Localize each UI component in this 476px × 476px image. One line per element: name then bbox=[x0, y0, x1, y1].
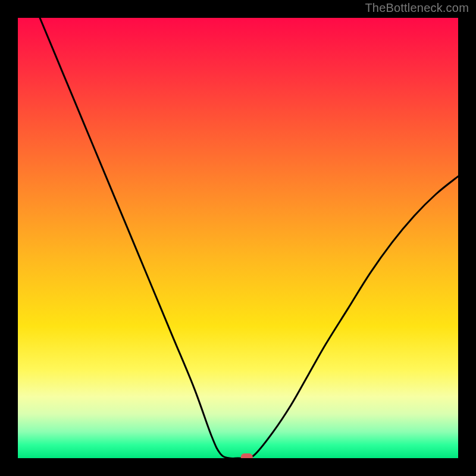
bottleneck-plot bbox=[18, 18, 458, 458]
chart-frame: TheBottleneck.com bbox=[0, 0, 476, 476]
bottleneck-curve bbox=[40, 18, 458, 458]
optimum-marker bbox=[241, 453, 253, 458]
watermark-text: TheBottleneck.com bbox=[365, 1, 469, 15]
